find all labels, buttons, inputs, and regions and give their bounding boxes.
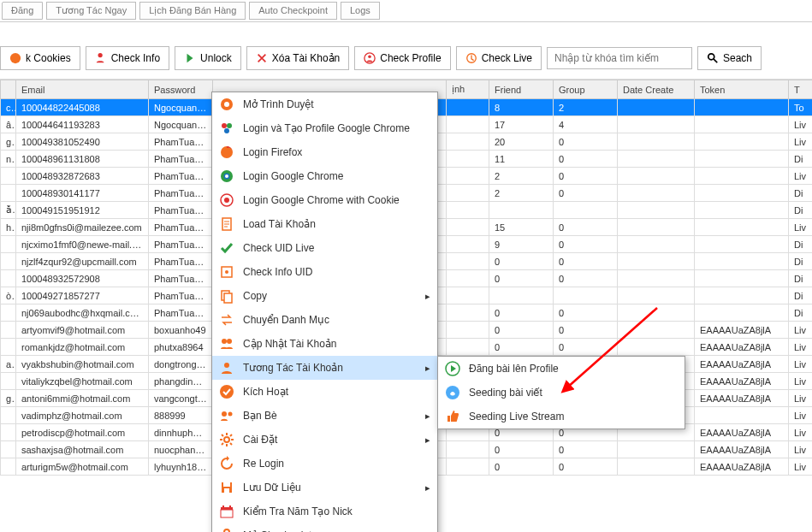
people-icon: [219, 336, 234, 352]
col-datecreate[interactable]: Date Create: [618, 80, 695, 99]
svg-point-23: [224, 363, 229, 368]
cookie-icon: [219, 192, 234, 208]
cookies-button[interactable]: k Cookies: [0, 46, 80, 70]
ctx-item-2[interactable]: Login Firefox: [212, 140, 437, 164]
seed-icon: [445, 385, 460, 400]
svg-point-13: [225, 174, 228, 178]
ctx-label: Cài Đặt: [243, 434, 277, 446]
svg-point-26: [220, 385, 234, 399]
ctx-item-4[interactable]: Login Google Chrome with Cookie: [212, 188, 437, 212]
save-icon: [219, 480, 234, 495]
tab-2[interactable]: Lịch Đăng Bán Hàng: [139, 2, 246, 20]
delete-account-button[interactable]: Xóa Tài Khoản: [246, 46, 350, 70]
ctx-label: Copy: [243, 290, 267, 302]
transfer-icon: [219, 312, 234, 328]
sub-label: Seeding Live Stream: [469, 411, 564, 423]
svg-point-8: [227, 123, 232, 128]
ctx-item-13[interactable]: Bạn Bè: [212, 404, 437, 428]
friends-icon: [219, 408, 234, 423]
sub-item-2[interactable]: Seeding Live Stream: [438, 405, 685, 429]
col-friend[interactable]: Friend: [489, 80, 554, 99]
lock-icon: [219, 528, 234, 532]
col-idx[interactable]: [1, 80, 16, 99]
ctx-item-11[interactable]: Tương Tác Tài KhoảnĐăng bài lên ProfileS…: [212, 356, 437, 380]
top-tabs: ĐăngTương Tác NgayLịch Đăng Bán HàngAuto…: [0, 0, 812, 22]
tab-4[interactable]: Logs: [341, 2, 380, 20]
play-icon: [445, 361, 460, 376]
ctx-item-0[interactable]: Mở Trình Duyệt: [212, 92, 437, 116]
svg-point-9: [224, 128, 229, 133]
ctx-label: Tương Tác Tài Khoản: [243, 362, 343, 374]
svg-point-21: [222, 339, 227, 344]
ctx-label: Chuyển Danh Mục: [243, 314, 329, 326]
svg-rect-32: [224, 488, 229, 493]
thumb-icon: [445, 409, 460, 424]
context-menu[interactable]: Mở Trình DuyệtLogin và Tạo Profile Googl…: [211, 92, 438, 532]
ctx-label: Cập Nhật Tài Khoản: [243, 338, 337, 350]
tab-1[interactable]: Tương Tác Ngay: [46, 2, 136, 20]
ctx-label: Bạn Bè: [243, 410, 277, 422]
ctx-item-16[interactable]: Lưu Dữ Liệu: [212, 476, 437, 499]
chrome-orange-icon: [219, 97, 234, 112]
ctx-label: Load Tài Khoản: [243, 218, 316, 230]
svg-point-7: [222, 123, 227, 128]
col-email[interactable]: Email: [16, 80, 149, 99]
unlock-button[interactable]: Unlock: [175, 46, 241, 70]
ctx-item-18[interactable]: Mở Checkpoint: [212, 523, 437, 532]
ctx-label: Kích Hoạt: [243, 386, 288, 398]
chrome-icon: [219, 168, 234, 184]
ctx-item-5[interactable]: Load Tài Khoản: [212, 212, 437, 236]
ctx-label: Login Firefox: [243, 146, 302, 158]
svg-point-22: [227, 339, 232, 344]
sub-label: Đăng bài lên Profile: [469, 363, 559, 375]
svg-rect-31: [223, 482, 230, 487]
svg-point-15: [224, 198, 229, 203]
ctx-label: Lưu Dữ Liệu: [243, 482, 301, 494]
search-button[interactable]: Seach: [697, 46, 762, 70]
ctx-item-1[interactable]: Login và Tạo Profile Google Chrome: [212, 116, 437, 140]
ctx-item-17[interactable]: Kiểm Tra Năm Tạo Nick: [212, 499, 437, 523]
tab-0[interactable]: Đăng: [2, 2, 43, 20]
search-input[interactable]: [547, 47, 692, 69]
check-live-button[interactable]: Check Live: [456, 46, 542, 70]
check-profile-button[interactable]: Check Profile: [354, 46, 450, 70]
col-t[interactable]: T: [789, 80, 813, 99]
ctx-item-9[interactable]: Chuyển Danh Mục: [212, 308, 437, 332]
ctx-item-7[interactable]: Check Info UID: [212, 260, 437, 284]
ctx-label: Check UID Live: [243, 242, 314, 254]
firefox-icon: [219, 145, 234, 160]
ctx-item-12[interactable]: Kích Hoạt: [212, 380, 437, 404]
copy-icon: [219, 288, 234, 304]
col-group[interactable]: Group: [554, 80, 618, 99]
svg-point-18: [225, 270, 228, 274]
calendar-icon: [219, 504, 234, 519]
col-password[interactable]: Password: [149, 80, 213, 99]
ctx-label: Login Google Chrome: [243, 170, 343, 182]
info-icon: [219, 264, 234, 280]
gear-icon: [219, 432, 234, 447]
ctx-label: Login Google Chrome with Cookie: [243, 194, 400, 206]
svg-point-27: [222, 411, 227, 417]
person-orange-icon: [219, 360, 234, 375]
sub-item-1[interactable]: Seeding bài viết: [438, 381, 685, 405]
col-token[interactable]: Token: [695, 80, 789, 99]
ctx-item-14[interactable]: Cài Đặt: [212, 428, 437, 452]
ctx-item-10[interactable]: Cập Nhật Tài Khoản: [212, 332, 437, 356]
checkinfo-button[interactable]: Check Info: [86, 46, 169, 70]
col-tinh[interactable]: ịnh: [447, 80, 489, 99]
ctx-item-15[interactable]: Re Login: [212, 452, 437, 476]
ctx-label: Login và Tạo Profile Google Chrome: [243, 122, 410, 134]
tab-3[interactable]: Auto Checkpoint: [249, 2, 337, 20]
ctx-item-3[interactable]: Login Google Chrome: [212, 164, 437, 188]
svg-point-29: [224, 437, 229, 442]
relogin-icon: [219, 456, 234, 471]
ctx-item-8[interactable]: Copy: [212, 284, 437, 308]
ctx-item-6[interactable]: Check UID Live: [212, 236, 437, 260]
doc-icon: [219, 216, 234, 232]
submenu[interactable]: Đăng bài lên ProfileSeeding bài viếtSeed…: [437, 356, 685, 429]
svg-point-6: [224, 102, 229, 107]
ctx-label: Kiểm Tra Năm Tạo Nick: [243, 505, 353, 517]
sub-item-0[interactable]: Đăng bài lên Profile: [438, 357, 685, 381]
check-orange-icon: [219, 384, 234, 399]
svg-point-2: [369, 56, 372, 59]
